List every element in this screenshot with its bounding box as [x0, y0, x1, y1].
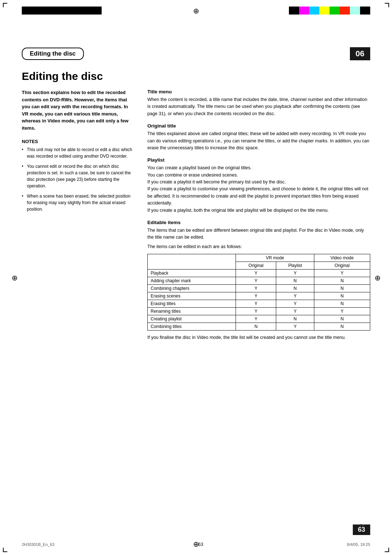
corner-mark-tl	[3, 3, 7, 7]
row-combining-titles-vid-orig: N	[314, 323, 370, 331]
row-adding-vr-pl: N	[276, 277, 314, 285]
row-playback-label: Playback	[148, 270, 236, 277]
row-erasing-titles-vr-orig: Y	[236, 300, 276, 308]
row-adding-vid-orig: N	[314, 277, 370, 285]
table-row: Creating playlist Y N N	[148, 315, 370, 323]
corner-mark-tr	[385, 3, 389, 7]
color-block-red	[340, 7, 350, 15]
original-title-heading: Original title	[147, 123, 370, 129]
note-item-2: You cannot edit or record the disc on wh…	[22, 163, 134, 189]
footer-center: 63	[198, 542, 203, 547]
col-playlist: Playlist	[276, 262, 314, 270]
row-playback-vr-orig: Y	[236, 270, 276, 277]
editable-items-section: Editable items The items that can be edi…	[147, 220, 370, 341]
row-combining-chapters-vr-orig: Y	[236, 285, 276, 292]
playlist-text: You can create a playlist based on the o…	[147, 165, 370, 214]
footer-right: 8/4/05, 19:25	[347, 542, 370, 547]
row-combining-chapters-vid-orig: N	[314, 285, 370, 292]
row-erasing-scenes-vid-orig: N	[314, 292, 370, 300]
corner-mark-br	[385, 548, 389, 552]
corner-mark-bl	[3, 548, 7, 552]
row-combining-titles-label: Combining titles	[148, 323, 236, 331]
row-combining-chapters-label: Combining chapters	[148, 285, 236, 292]
table-body: Playback Y Y Y Adding chapter mark Y N N	[148, 270, 370, 331]
row-erasing-titles-vr-pl: Y	[276, 300, 314, 308]
right-column: Title menu When the content is recorded,…	[147, 89, 370, 533]
footer: 2H30301B_En_63 63 8/4/05, 19:25	[22, 542, 370, 547]
row-erasing-scenes-vr-pl: Y	[276, 292, 314, 300]
crosshair-right-mid: ⊕	[374, 274, 381, 281]
notes-list: This unit may not be able to record or e…	[22, 146, 134, 212]
color-block-cyan	[309, 7, 319, 15]
row-erasing-titles-vid-orig: N	[314, 300, 370, 308]
row-combining-titles-vr-pl: Y	[276, 323, 314, 331]
color-block-green	[330, 7, 340, 15]
footer-left: 2H30301B_En_63	[22, 542, 54, 547]
col-original-video: Original	[314, 262, 370, 270]
row-creating-playlist-label: Creating playlist	[148, 315, 236, 323]
color-block-yellow	[319, 7, 330, 15]
playlist-section: Playlist You can create a playlist based…	[147, 157, 370, 214]
title-menu-heading: Title menu	[147, 89, 370, 94]
crosshair-left-mid: ⊕	[11, 274, 18, 281]
notes-title: NOTES	[22, 139, 134, 144]
row-renaming-label: Renaming titles	[148, 308, 236, 315]
playlist-heading: Playlist	[147, 157, 370, 163]
table-row: Renaming titles Y Y Y	[148, 308, 370, 315]
note-item-1: This unit may not be able to record or e…	[22, 146, 134, 159]
table-header-row-top: VR mode Video mode	[148, 254, 370, 262]
row-combining-chapters-vr-pl: N	[276, 285, 314, 292]
row-playback-vid-orig: Y	[314, 270, 370, 277]
note-item-3: When a scene has been erased, the select…	[22, 193, 134, 212]
color-block-black2	[360, 7, 370, 15]
page-title: Editing the disc	[22, 70, 370, 82]
top-color-bar	[289, 7, 370, 15]
crosshair-top: ⊕	[192, 7, 200, 15]
header-title: Editing the disc	[22, 48, 84, 60]
row-creating-playlist-vr-orig: Y	[236, 315, 276, 323]
title-menu-text: When the content is recorded, a title na…	[147, 96, 370, 117]
row-erasing-scenes-label: Erasing scenes	[148, 292, 236, 300]
color-block-magenta	[299, 7, 309, 15]
title-menu-section: Title menu When the content is recorded,…	[147, 89, 370, 117]
editing-table: VR mode Video mode Original Playlist Ori…	[147, 254, 370, 331]
table-intro: The items can be edited in each are as f…	[147, 243, 370, 250]
footer-note: If you finalise the disc in Video mode, …	[147, 334, 370, 341]
table-row: Erasing scenes Y Y N	[148, 292, 370, 300]
row-renaming-vr-orig: Y	[236, 308, 276, 315]
chapter-number: 06	[350, 47, 370, 60]
table-row: Erasing titles Y Y N	[148, 300, 370, 308]
row-creating-playlist-vid-orig: N	[314, 315, 370, 323]
row-erasing-titles-label: Erasing titles	[148, 300, 236, 308]
left-column: This section explains how to edit the re…	[22, 89, 134, 533]
row-combining-titles-vr-orig: N	[236, 323, 276, 331]
editable-items-intro: The items that can be edited are differe…	[147, 227, 370, 241]
en-label: En	[360, 523, 364, 528]
table-row: Adding chapter mark Y N N	[148, 277, 370, 285]
table-row: Combining chapters Y N N	[148, 285, 370, 292]
color-block-lightcyan	[350, 7, 360, 15]
notes-section: NOTES This unit may not be able to recor…	[22, 139, 134, 212]
original-title-section: Original title The titles explained abov…	[147, 123, 370, 151]
col-original: Original	[236, 262, 276, 270]
header-bar: Editing the disc 06	[22, 47, 370, 60]
row-playback-vr-pl: Y	[276, 270, 314, 277]
color-block-black	[289, 7, 299, 15]
table-row: Combining titles N Y N	[148, 323, 370, 331]
col-editing-items	[148, 254, 236, 270]
top-black-bar	[22, 7, 102, 15]
main-content: Editing the disc This section explains h…	[22, 67, 370, 533]
row-adding-vr-orig: Y	[236, 277, 276, 285]
row-renaming-vr-pl: Y	[276, 308, 314, 315]
intro-text: This section explains how to edit the re…	[22, 89, 134, 131]
row-creating-playlist-vr-pl: N	[276, 315, 314, 323]
two-column-layout: This section explains how to edit the re…	[22, 89, 370, 533]
col-video-mode: Video mode	[314, 254, 370, 262]
original-title-text: The titles explained above are called or…	[147, 130, 370, 151]
row-renaming-vid-orig: Y	[314, 308, 370, 315]
row-adding-label: Adding chapter mark	[148, 277, 236, 285]
table-row: Playback Y Y Y	[148, 270, 370, 277]
row-erasing-scenes-vr-orig: Y	[236, 292, 276, 300]
editable-items-heading: Editable items	[147, 220, 370, 225]
col-vr-mode: VR mode	[236, 254, 314, 262]
